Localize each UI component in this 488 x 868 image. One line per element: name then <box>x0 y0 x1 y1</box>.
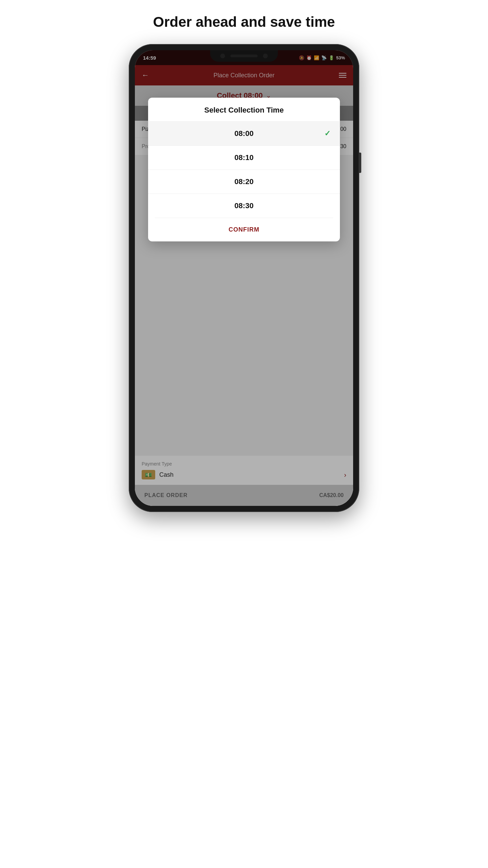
modal-overlay: Select Collection Time 08:00 ✓ 08:10 08:… <box>135 50 353 506</box>
phone-screen: 14:59 🔕 ⏰ 📶 📡 🔋 53% ← Place Collection O… <box>135 50 353 506</box>
confirm-label: CONFIRM <box>229 226 260 233</box>
time-option-1[interactable]: 08:00 ✓ <box>148 121 340 145</box>
time-label-3: 08:20 <box>235 177 253 186</box>
time-option-3[interactable]: 08:20 <box>148 170 340 194</box>
time-label-2: 08:10 <box>235 153 253 162</box>
page-heading: Order ahead and save time <box>153 14 335 31</box>
check-icon: ✓ <box>324 129 330 138</box>
time-option-2[interactable]: 08:10 <box>148 145 340 170</box>
time-option-4[interactable]: 08:30 <box>148 194 340 218</box>
time-picker-modal: Select Collection Time 08:00 ✓ 08:10 08:… <box>148 98 340 241</box>
side-button <box>359 153 361 173</box>
time-label-1: 08:00 <box>235 129 253 138</box>
time-label-4: 08:30 <box>235 201 253 210</box>
modal-title: Select Collection Time <box>148 98 340 121</box>
confirm-button[interactable]: CONFIRM <box>148 218 340 241</box>
phone-frame: 14:59 🔕 ⏰ 📶 📡 🔋 53% ← Place Collection O… <box>129 44 359 512</box>
